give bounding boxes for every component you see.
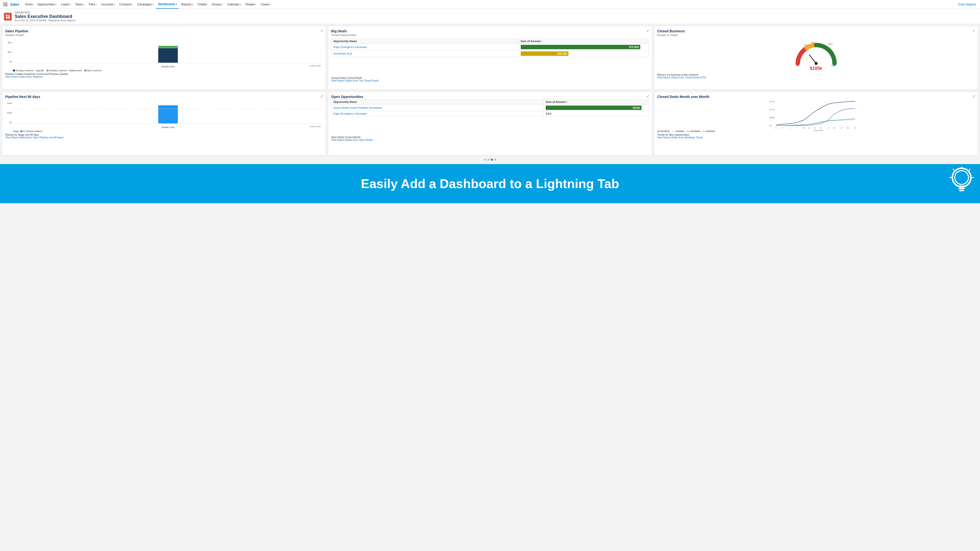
deal-amount-genepoint: $30,000	[519, 51, 649, 57]
col-opp-name[interactable]: Opportunity Name	[331, 39, 519, 44]
pipeline90-legend: Stage Id. Decision Makers	[13, 130, 323, 132]
col-sum-amount[interactable]: Sum of Amount ↕	[519, 39, 649, 44]
y-label-3m: $3m	[5, 51, 12, 53]
open-amount-edge-text: $35k	[546, 112, 552, 115]
svg-text:27: 27	[841, 127, 843, 129]
svg-rect-1	[5, 2, 6, 3]
expand-icon-closed-mom[interactable]: ⤢	[972, 94, 975, 98]
pagination-dot-2[interactable]	[487, 159, 489, 160]
nav-item-dashboards[interactable]: Dashboards▾	[156, 0, 178, 9]
expand-icon-sales-pipeline[interactable]: ⤢	[320, 29, 323, 33]
svg-text:2: 2	[775, 127, 776, 129]
open-opps-card: ⤢ Open Opportunities Opportunity Name Su…	[328, 92, 652, 155]
pipeline-90-title: Pipeline Next 90 days	[5, 95, 323, 99]
nav-item-home[interactable]: Home	[23, 0, 35, 9]
expand-icon-pipeline90[interactable]: ⤢	[320, 94, 323, 98]
svg-point-43	[955, 171, 969, 184]
open-deal-edge[interactable]: Edge Emergency Generator	[331, 111, 544, 116]
closed-deals-mom-card: ⤢ Closed Deals Month over Month $1.8m $1…	[654, 92, 978, 155]
table-row: Edge Emergency Generator $35k	[331, 111, 649, 116]
svg-rect-9	[6, 15, 8, 16]
pagination-dots	[2, 157, 978, 162]
nav-user[interactable]: Evan Negroni	[956, 3, 978, 6]
closed-mom-link[interactable]: View Report (Sales Exec Bookings Trend)	[657, 136, 975, 139]
nav-item-opportunities[interactable]: Opportunities▾	[35, 0, 59, 9]
col-opp-name-open[interactable]: Opportunity Name	[331, 99, 544, 105]
nav-item-people[interactable]: People▾	[243, 0, 258, 9]
y-label-0: $0	[5, 60, 12, 63]
big-deals-subtitle: Closed Opportunities	[331, 33, 649, 37]
svg-text:17: 17	[827, 127, 829, 129]
deals-note: Closed Deals Current Month	[331, 77, 649, 79]
nav-item-calendar[interactable]: Calendar▾	[225, 0, 243, 9]
svg-text:12: 12	[814, 127, 816, 129]
svg-rect-4	[5, 4, 6, 5]
nav-item-cases[interactable]: Cases▾	[259, 0, 273, 9]
y-label-40k: $40k	[5, 102, 12, 105]
nav-item-files[interactable]: Files▾	[87, 0, 99, 9]
dashboard-subtitle: As of Oct 19, 2019 10:58 AM · Viewing as…	[15, 19, 75, 22]
legend-replacement: Existing Customer - Replacement	[46, 69, 82, 72]
nav-item-campaigns[interactable]: Campaigns▾	[135, 0, 156, 9]
nav-item-groups[interactable]: Groups▾	[210, 0, 225, 9]
closed-link[interactable]: View Report (Sales Exec Closed Deals QTD…	[657, 76, 975, 79]
pipeline-link[interactable]: View Report (Sales Exec Pipeline)	[5, 75, 323, 78]
svg-line-45	[969, 169, 970, 170]
expand-icon-big-deals[interactable]: ⤢	[646, 29, 649, 33]
open-deal-grand[interactable]: Grand Hotels Guest Portable Generators	[331, 105, 544, 111]
deal-name-genepoint[interactable]: GenePoint SLA	[331, 51, 519, 57]
nav-item-chatter[interactable]: Chatter	[196, 0, 209, 9]
open-opps-link[interactable]: View Report (Sales Exec Open Deals)	[331, 139, 649, 141]
app-launcher-icon[interactable]	[2, 1, 9, 8]
expand-icon-closed-business[interactable]: ⤢	[972, 29, 975, 33]
nav-item-contacts[interactable]: Contacts▾	[117, 0, 134, 9]
line-chart-container: $1.8m $1.2m $600k $0	[657, 99, 975, 129]
expand-icon-open-opps[interactable]: ⤢	[646, 94, 649, 98]
svg-text:19: 19	[834, 127, 835, 129]
big-deals-card: ⤢ Big Deals Closed Opportunities Opportu…	[328, 26, 652, 90]
nav-item-accounts[interactable]: Accounts▾	[99, 0, 117, 9]
svg-text:$0: $0	[796, 64, 799, 67]
dashboard-label: DASHBOARD	[15, 11, 75, 14]
svg-text:11: 11	[808, 127, 810, 129]
svg-rect-50	[958, 188, 965, 189]
big-deals-table: Opportunity Name Sum of Amount ↕ Edge Em…	[331, 38, 649, 57]
nav-item-reports[interactable]: Reports▾	[179, 0, 195, 9]
svg-text:$3m: $3m	[828, 43, 833, 45]
pagination-dot-3[interactable]	[491, 159, 493, 160]
deal-bar-genepoint: $30,000	[521, 51, 568, 56]
legend-new-customer: New Customer	[84, 69, 102, 72]
legend-id-decision: Id. Decision Makers	[20, 130, 42, 132]
open-opps-note: Open Deals Current Month	[331, 136, 649, 139]
big-deals-title: Big Deals	[331, 29, 649, 33]
nav-item-tasks[interactable]: Tasks▾	[73, 0, 86, 9]
banner-text: Easily Add a Dashboard to a Lightning Ta…	[361, 176, 619, 191]
nav-items-list: Home Opportunities▾ Leads▾ Tasks▾ Files▾…	[23, 0, 956, 9]
svg-text:3: 3	[782, 127, 783, 129]
y-label-6m: $6m	[5, 41, 12, 44]
pipeline90-link[interactable]: View Report (Sales Exec Open Pipeline ne…	[5, 136, 323, 139]
svg-rect-5	[6, 4, 7, 5]
deal-name-edge[interactable]: Edge Emergency Generator	[331, 44, 519, 51]
pipeline90-chart: $40k $20k $0 October 2019 Created Date	[5, 99, 323, 129]
sales-pipeline-chart: $6m $3m $0	[5, 38, 323, 68]
col-sum-amount-open[interactable]: Sum of Amount ↕	[544, 99, 649, 105]
pipeline-90-card: ⤢ Pipeline Next 90 days $40k $20k $0	[2, 92, 326, 155]
app-name[interactable]: Sales	[10, 2, 19, 6]
dashboard-icon	[4, 13, 12, 21]
open-opps-table: Opportunity Name Sum of Amount ↕ Grand H…	[331, 99, 649, 116]
nav-item-leads[interactable]: Leads▾	[59, 0, 73, 9]
deals-link[interactable]: View Report (Sales Exec Top Closed Deals…	[331, 79, 649, 82]
y-label-20k: $20k	[5, 112, 12, 114]
svg-rect-49	[958, 186, 965, 187]
gauge-container: $0 $3m $2m $1m $5m $105k	[657, 39, 975, 71]
bottom-banner: Easily Add a Dashboard to a Lightning Ta…	[0, 164, 980, 203]
svg-rect-11	[6, 17, 8, 19]
svg-text:$1.8m: $1.8m	[770, 100, 775, 103]
svg-rect-12	[8, 16, 10, 19]
pipeline-bar	[158, 46, 178, 63]
deal-amount-edge: $75,000	[519, 44, 649, 51]
x-label-oct: October 2019	[13, 65, 323, 68]
pagination-dot-4[interactable]	[494, 159, 496, 160]
pagination-dot-1[interactable]	[484, 159, 486, 160]
